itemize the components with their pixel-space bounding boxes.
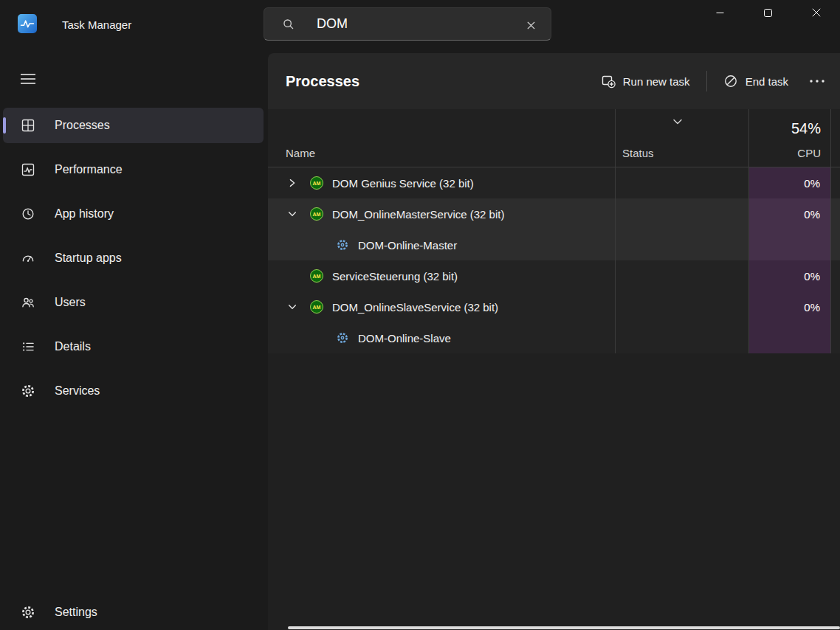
process-name-cell: DOM-Online-Slave: [268, 322, 615, 353]
run-new-task-button[interactable]: Run new task: [591, 67, 700, 95]
sidebar-item-processes[interactable]: Processes: [3, 108, 264, 143]
expander-spacer: [286, 270, 298, 282]
table-row[interactable]: AM DOM_OnlineMasterService (32 bit) 0%: [268, 198, 840, 229]
details-list-icon: [19, 338, 37, 356]
status-cell: [615, 260, 748, 291]
column-header-status[interactable]: Status: [622, 147, 654, 159]
column-header-cpu[interactable]: CPU: [797, 147, 821, 159]
column-header-name[interactable]: Name: [286, 147, 315, 159]
processes-toolbar: Processes Run new task End task: [268, 53, 840, 109]
table-row[interactable]: AM DOM Genius Service (32 bit) 0%: [268, 167, 840, 198]
maximize-icon: [764, 9, 772, 17]
status-cell: [615, 167, 748, 198]
ellipsis-icon: [809, 79, 825, 83]
table-row[interactable]: AM DOM_OnlineSlaveService (32 bit) 0%: [268, 291, 840, 322]
process-name-cell: AM DOM Genius Service (32 bit): [268, 167, 615, 198]
sidebar-item-label: Processes: [55, 119, 110, 132]
speedometer-icon: [19, 249, 37, 267]
users-icon: [19, 294, 37, 311]
sidebar-item-app-history[interactable]: App history: [3, 196, 264, 232]
sidebar-item-users[interactable]: Users: [3, 285, 264, 320]
chevron-down-icon[interactable]: [286, 208, 298, 220]
row-filler: [830, 167, 840, 198]
table-row[interactable]: DOM-Online-Slave: [268, 322, 840, 353]
sidebar-item-label: Users: [55, 296, 86, 309]
cpu-cell: 0%: [748, 291, 830, 322]
minimize-icon: [716, 9, 724, 17]
status-cell: [615, 229, 748, 260]
am-service-icon: AM: [310, 176, 323, 190]
toolbar-divider: [706, 71, 707, 91]
am-service-icon: AM: [310, 207, 323, 221]
gear-icon: [19, 603, 37, 621]
status-cell: [615, 322, 748, 353]
status-cell: [615, 291, 748, 322]
cpu-cell: 0%: [748, 198, 830, 229]
window-controls: [696, 0, 840, 25]
column-divider[interactable]: [830, 109, 831, 353]
gear-process-icon: [336, 331, 349, 345]
chevron-right-icon[interactable]: [286, 177, 298, 189]
task-manager-window: Task Manager DOM: [0, 0, 840, 630]
sidebar-item-label: Details: [55, 340, 91, 353]
process-name: DOM-Online-Slave: [358, 332, 451, 345]
search-value: DOM: [317, 16, 348, 32]
row-filler: [830, 229, 840, 260]
sidebar-item-startup-apps[interactable]: Startup apps: [3, 240, 264, 276]
sidebar: Processes Performance App history: [0, 47, 268, 630]
performance-icon: [19, 161, 37, 179]
run-new-task-label: Run new task: [623, 75, 690, 88]
end-task-label: End task: [746, 75, 788, 88]
cpu-cell: 0%: [748, 167, 830, 198]
row-filler: [830, 322, 840, 353]
process-name: DOM_OnlineMasterService (32 bit): [332, 208, 504, 221]
processes-icon: [19, 117, 37, 134]
run-new-task-icon: [601, 74, 616, 89]
sidebar-item-settings[interactable]: Settings: [3, 595, 264, 630]
process-name: DOM_OnlineSlaveService (32 bit): [332, 301, 498, 314]
process-name-cell: AM DOM_OnlineMasterService (32 bit): [268, 198, 615, 229]
sidebar-item-performance[interactable]: Performance: [3, 152, 264, 187]
end-task-icon: [723, 74, 738, 89]
status-cell: [615, 198, 748, 229]
hamburger-icon: [21, 73, 35, 85]
sort-chevron-down-icon: [672, 115, 683, 128]
end-task-button[interactable]: End task: [713, 67, 799, 95]
cpu-cell: 0%: [748, 260, 830, 291]
sidebar-item-details[interactable]: Details: [3, 329, 264, 364]
menu-toggle-button[interactable]: [15, 66, 41, 91]
search-input[interactable]: DOM: [264, 7, 551, 41]
table-row[interactable]: DOM-Online-Master: [268, 229, 840, 260]
sidebar-item-label: Performance: [55, 163, 123, 176]
more-options-button[interactable]: [802, 72, 833, 90]
horizontal-scrollbar[interactable]: [288, 626, 840, 629]
table-row[interactable]: AM ServiceSteuerung (32 bit) 0%: [268, 260, 840, 291]
close-icon: [812, 8, 821, 17]
minimize-button[interactable]: [696, 0, 744, 25]
process-table: Name Status 54% CPU AM DOM Genius Servic…: [268, 109, 840, 353]
row-filler: [830, 291, 840, 322]
column-divider[interactable]: [748, 109, 749, 353]
row-filler: [830, 260, 840, 291]
process-name: DOM-Online-Master: [358, 239, 457, 252]
cpu-cell: [748, 229, 830, 260]
history-icon: [19, 205, 37, 223]
sidebar-item-label: App history: [55, 207, 114, 221]
maximize-button[interactable]: [744, 0, 792, 25]
am-service-icon: AM: [310, 300, 323, 314]
sidebar-nav: Processes Performance App history: [3, 108, 264, 418]
page-title: Processes: [286, 73, 359, 90]
titlebar: Task Manager DOM: [0, 0, 840, 47]
process-name-cell: AM ServiceSteuerung (32 bit): [268, 260, 615, 291]
clear-search-icon[interactable]: [521, 15, 540, 35]
gear-process-icon: [336, 238, 349, 252]
close-button[interactable]: [792, 0, 840, 25]
column-divider[interactable]: [615, 109, 616, 353]
table-header: Name Status 54% CPU: [268, 109, 840, 167]
sidebar-item-services[interactable]: Services: [3, 373, 264, 409]
chevron-down-icon[interactable]: [286, 301, 298, 313]
process-name: ServiceSteuerung (32 bit): [332, 270, 458, 283]
cpu-cell: [748, 322, 830, 353]
sidebar-item-label: Startup apps: [55, 252, 122, 265]
expander-spacer: [286, 332, 298, 344]
